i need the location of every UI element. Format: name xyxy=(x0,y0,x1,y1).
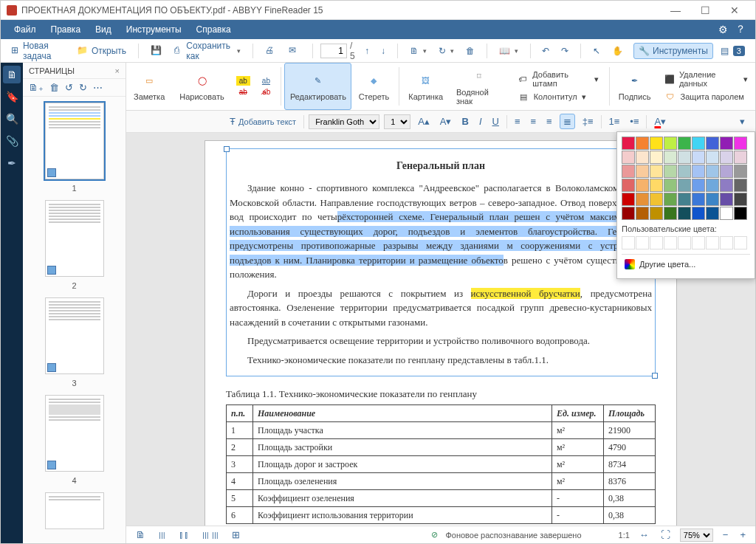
color-swatch[interactable] xyxy=(636,151,649,164)
color-swatch[interactable] xyxy=(664,165,677,178)
color-swatch[interactable] xyxy=(706,151,719,164)
open-button[interactable]: 📁Открыть xyxy=(72,43,131,59)
color-swatch[interactable] xyxy=(706,179,719,192)
fit-width-icon[interactable]: ↔ xyxy=(637,529,651,540)
align-center-button[interactable]: ≡ xyxy=(527,114,539,128)
color-swatch[interactable] xyxy=(692,165,705,178)
page-thumb-2[interactable] xyxy=(45,200,104,277)
pointer-tool[interactable]: ↖ xyxy=(588,44,605,58)
page-thumb-5[interactable] xyxy=(45,492,104,529)
color-swatch[interactable] xyxy=(622,193,635,206)
view-thumbs-icon[interactable]: ⊞ xyxy=(230,529,242,540)
sidepanel-button[interactable]: ▤3 xyxy=(716,44,749,58)
erase-tool[interactable]: ◆Стереть xyxy=(351,63,396,110)
color-swatch[interactable] xyxy=(734,151,747,164)
color-swatch[interactable] xyxy=(664,179,677,192)
hand-tool[interactable]: ✋ xyxy=(608,44,628,58)
align-justify-button[interactable]: ≣ xyxy=(560,114,575,129)
undo-button[interactable]: ↶ xyxy=(537,44,554,58)
color-swatch[interactable] xyxy=(636,179,649,192)
custom-color-slot[interactable] xyxy=(664,236,677,249)
color-swatch[interactable] xyxy=(650,165,663,178)
settings-icon[interactable]: ⚙ xyxy=(714,24,732,35)
add-stamp-button[interactable]: 🏷Добавить штамп ▾ xyxy=(518,70,599,88)
zoom-select[interactable]: 75% xyxy=(680,528,713,542)
color-swatch[interactable] xyxy=(720,151,733,164)
underline-button[interactable]: U xyxy=(489,114,502,128)
color-swatch[interactable] xyxy=(692,137,705,150)
color-swatch[interactable] xyxy=(650,179,663,192)
bullet-list-button[interactable]: •≡ xyxy=(627,114,642,128)
color-swatch[interactable] xyxy=(636,137,649,150)
menu-tools[interactable]: Инструменты xyxy=(119,20,189,39)
delete-page-button[interactable]: 🗑 xyxy=(461,44,479,58)
minimize-button[interactable]: — xyxy=(661,4,690,16)
color-swatch[interactable] xyxy=(734,137,747,150)
sign-tool[interactable]: ✒Подпись xyxy=(613,63,657,110)
mail-button[interactable]: ✉ xyxy=(284,43,305,59)
highlight-insert-icon[interactable]: a̸b xyxy=(259,87,274,97)
numbered-list-button[interactable]: 1≡ xyxy=(606,114,623,128)
ocr-button[interactable]: 📖▾ xyxy=(495,44,523,58)
color-swatch[interactable] xyxy=(650,193,663,206)
color-swatch[interactable] xyxy=(664,137,677,150)
save-button[interactable]: 💾 xyxy=(146,43,167,59)
more-pages-icon[interactable]: ⋯ xyxy=(93,82,103,93)
maximize-button[interactable]: ☐ xyxy=(690,4,720,16)
highlight-yellow-icon[interactable]: ab xyxy=(236,76,250,86)
menu-help[interactable]: Справка xyxy=(189,20,238,39)
draw-tool[interactable]: ◯Нарисовать xyxy=(172,63,231,110)
color-swatch[interactable] xyxy=(706,137,719,150)
help-icon[interactable]: ？ xyxy=(732,23,749,36)
save-as-button[interactable]: ⎙Сохранить как▾ xyxy=(170,38,246,63)
font-color-button[interactable]: A ▾ xyxy=(651,114,669,128)
menu-file[interactable]: Файл xyxy=(7,20,44,39)
custom-color-slot[interactable] xyxy=(692,236,705,249)
page-thumb-4[interactable] xyxy=(45,395,104,472)
add-text-button[interactable]: ŦДобавить текст xyxy=(227,114,299,128)
color-swatch[interactable] xyxy=(650,207,663,220)
color-swatch[interactable] xyxy=(664,193,677,206)
custom-color-slot[interactable] xyxy=(622,236,635,249)
add-page-button[interactable]: 🗎▾ xyxy=(405,44,431,58)
close-button[interactable]: ✕ xyxy=(720,4,749,16)
page-up-button[interactable]: ↑ xyxy=(360,44,374,58)
color-swatch[interactable] xyxy=(678,165,691,178)
rotate-button[interactable]: ↻▾ xyxy=(434,44,458,58)
color-swatch[interactable] xyxy=(734,207,747,220)
new-task-button[interactable]: ⊞Новая задача xyxy=(7,38,69,63)
custom-color-slot[interactable] xyxy=(734,236,747,249)
decrease-font-button[interactable]: A▾ xyxy=(437,114,455,128)
page-thumbnails[interactable]: 1 2 3 4 xyxy=(23,97,126,543)
bookmarks-tab-icon[interactable]: 🔖 xyxy=(3,88,21,106)
color-swatch[interactable] xyxy=(678,137,691,150)
delete-data-button[interactable]: ⬛Удаление данных ▾ xyxy=(664,70,748,88)
color-swatch[interactable] xyxy=(720,193,733,206)
color-swatch[interactable] xyxy=(650,151,663,164)
view-single-icon[interactable]: 🗎 xyxy=(134,529,148,540)
color-swatch[interactable] xyxy=(720,207,733,220)
watermark-tool[interactable]: ⌑Водяной знак xyxy=(449,63,510,110)
protect-button[interactable]: 🛡Защита паролем xyxy=(664,91,748,103)
delete-pages-icon[interactable]: 🗑 xyxy=(49,82,59,93)
page-thumb-1[interactable] xyxy=(45,103,104,179)
redo-button[interactable]: ↷ xyxy=(557,44,573,58)
color-swatch[interactable] xyxy=(734,165,747,178)
color-swatch[interactable] xyxy=(706,193,719,206)
increase-font-button[interactable]: A▴ xyxy=(415,114,433,128)
color-swatch[interactable] xyxy=(706,207,719,220)
view-continuous-icon[interactable]: ⫼ xyxy=(155,529,169,540)
header-footer-button[interactable]: ▤Колонтитул ▾ xyxy=(518,91,599,103)
highlight-underline-icon[interactable]: ab xyxy=(259,76,274,86)
color-swatch[interactable] xyxy=(622,207,635,220)
color-swatch[interactable] xyxy=(692,179,705,192)
page-thumb-3[interactable] xyxy=(45,297,104,374)
color-swatch[interactable] xyxy=(678,151,691,164)
italic-button[interactable]: I xyxy=(476,114,485,128)
color-swatch[interactable] xyxy=(734,193,747,206)
color-swatch[interactable] xyxy=(622,151,635,164)
text-edit-box[interactable]: Генеральный план Здание конно - спортивн… xyxy=(226,148,656,376)
color-swatch[interactable] xyxy=(678,193,691,206)
pages-tab-icon[interactable]: 🗎 xyxy=(3,66,21,83)
line-spacing-button[interactable]: ‡≡ xyxy=(580,114,597,128)
